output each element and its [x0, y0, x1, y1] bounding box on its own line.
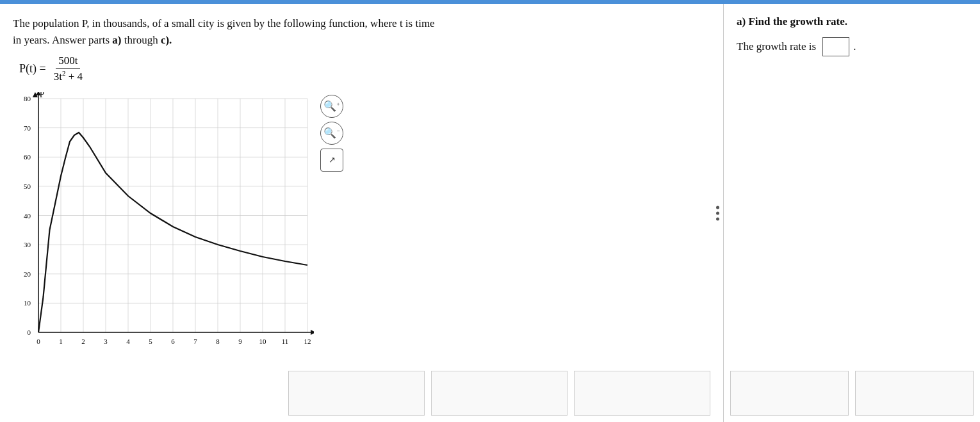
dot-2 — [716, 211, 719, 215]
svg-text:80: 80 — [24, 95, 31, 102]
svg-text:10: 10 — [24, 299, 31, 307]
svg-text:40: 40 — [24, 211, 31, 219]
answer-box-right-1[interactable] — [730, 371, 849, 416]
denom-suffix: + 4 — [65, 70, 83, 83]
bottom-answer-boxes-right — [730, 371, 974, 416]
divider-dots — [716, 206, 719, 220]
svg-text:7: 7 — [193, 337, 197, 345]
svg-text:▲P: ▲P — [31, 92, 45, 99]
svg-text:3: 3 — [104, 337, 108, 345]
svg-text:11: 11 — [282, 337, 289, 345]
svg-text:2: 2 — [81, 337, 85, 345]
denom-prefix: 3t — [54, 70, 62, 83]
denominator: 3t2 + 4 — [51, 69, 85, 83]
svg-text:10: 10 — [259, 337, 267, 345]
problem-text-line2a: in years. Answer parts — [13, 34, 112, 46]
svg-text:0: 0 — [28, 329, 31, 336]
svg-text:9: 9 — [238, 337, 242, 345]
numerator: 500t — [56, 54, 80, 69]
svg-text:0: 0 — [37, 337, 40, 345]
fraction: 500t 3t2 + 4 — [51, 54, 85, 83]
svg-text:6: 6 — [171, 337, 175, 345]
dot-3 — [716, 217, 719, 220]
svg-text:1: 1 — [59, 337, 63, 345]
left-panel: The population P, in thousands, of a sma… — [0, 4, 724, 422]
zoom-out-button[interactable]: 🔍− — [320, 122, 343, 145]
growth-rate-input[interactable] — [822, 37, 849, 56]
expand-icon: ↗ — [329, 155, 336, 165]
growth-rate-text: The growth rate is — [737, 40, 816, 53]
svg-text:12: 12 — [304, 337, 311, 345]
period: . — [853, 40, 856, 53]
svg-text:20: 20 — [24, 270, 31, 277]
svg-text:30: 30 — [24, 241, 31, 248]
svg-text:4: 4 — [126, 337, 130, 345]
graph-wrapper: ▲P t 80 70 60 50 40 30 20 10 0 0 — [13, 92, 314, 355]
main-container: The population P, in thousands, of a sma… — [0, 4, 980, 422]
graph-area: ▲P t 80 70 60 50 40 30 20 10 0 0 — [13, 92, 710, 355]
growth-rate-line: The growth rate is . — [737, 37, 967, 56]
dot-1 — [716, 206, 719, 209]
svg-text:8: 8 — [216, 337, 220, 345]
zoom-controls: 🔍+ 🔍− ↗ — [320, 95, 343, 172]
answer-box-bottom-2[interactable] — [431, 371, 568, 416]
svg-text:5: 5 — [149, 337, 152, 345]
expand-button[interactable]: ↗ — [320, 149, 343, 172]
problem-bold-a: a) — [112, 34, 121, 46]
zoom-out-icon: 🔍− — [323, 127, 339, 139]
graph-svg: ▲P t 80 70 60 50 40 30 20 10 0 0 — [13, 92, 314, 355]
function-lhs: P(t) = — [19, 62, 46, 76]
svg-text:60: 60 — [24, 153, 31, 161]
answer-box-bottom-3[interactable] — [574, 371, 710, 416]
zoom-in-icon: 🔍+ — [323, 100, 339, 112]
zoom-in-button[interactable]: 🔍+ — [320, 95, 343, 118]
bottom-answer-boxes-left — [288, 371, 710, 416]
answer-box-bottom-1[interactable] — [288, 371, 425, 416]
problem-text: The population P, in thousands, of a sma… — [13, 15, 525, 48]
svg-text:50: 50 — [24, 183, 31, 190]
function-container: P(t) = 500t 3t2 + 4 — [19, 54, 710, 83]
part-label: a) Find the growth rate. — [737, 15, 967, 28]
problem-text-line1: The population P, in thousands, of a sma… — [13, 17, 435, 29]
problem-text-through: through — [122, 34, 161, 46]
svg-text:70: 70 — [24, 124, 31, 131]
right-panel: a) Find the growth rate. The growth rate… — [724, 4, 980, 422]
answer-box-right-2[interactable] — [855, 371, 974, 416]
problem-bold-c: c). — [161, 34, 172, 46]
